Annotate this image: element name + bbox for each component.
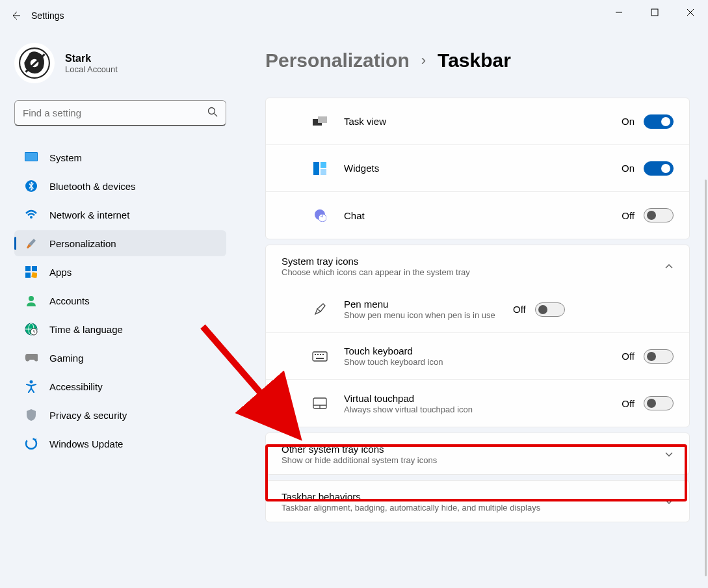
update-icon (25, 437, 38, 450)
taskbar-items-group: Task view On Widgets On Chat Off (265, 98, 690, 239)
svg-rect-9 (32, 266, 37, 271)
system-icon (25, 151, 38, 164)
keyboard-icon (311, 351, 328, 362)
svg-point-3 (209, 107, 215, 114)
back-button[interactable] (0, 0, 31, 31)
toggle-state: On (622, 116, 635, 127)
sidebar-item-privacy[interactable]: Privacy & security (14, 402, 226, 428)
sidebar-item-label: Accessibility (49, 381, 103, 392)
setting-title: Widgets (344, 163, 622, 174)
search-box[interactable] (14, 100, 226, 126)
svg-rect-29 (320, 354, 321, 355)
setting-row-chat[interactable]: Chat Off (266, 192, 689, 239)
chevron-up-icon (664, 261, 674, 273)
globe-clock-icon (25, 323, 38, 336)
sidebar-item-label: Apps (49, 267, 72, 278)
shield-icon (25, 408, 38, 421)
chevron-down-icon (664, 496, 674, 508)
svg-point-17 (30, 381, 33, 384)
paintbrush-icon (25, 237, 38, 250)
section-title: Taskbar behaviors (282, 491, 653, 502)
toggle-virtual-touchpad[interactable] (644, 396, 674, 410)
other-tray-header[interactable]: Other system tray icons Show or hide add… (266, 433, 689, 474)
user-profile[interactable]: Stark Local Account (14, 43, 226, 83)
setting-title: Touch keyboard (344, 345, 622, 356)
setting-row-task-view[interactable]: Task view On (266, 98, 689, 145)
user-account-type: Local Account (65, 64, 118, 74)
toggle-state: Off (513, 304, 526, 315)
setting-subtitle: Always show virtual touchpad icon (344, 405, 622, 414)
close-button[interactable] (672, 0, 708, 25)
toggle-state: Off (622, 398, 635, 409)
svg-point-7 (30, 216, 33, 219)
taskbar-behaviors-group: Taskbar behaviors Taskbar alignment, bad… (265, 480, 690, 522)
toggle-pen-menu[interactable] (535, 302, 565, 317)
section-title: System tray icons (282, 256, 653, 267)
sidebar-item-label: Time & language (49, 324, 123, 335)
sidebar-item-network[interactable]: Network & internet (14, 202, 226, 228)
sidebar-item-system[interactable]: System (14, 144, 226, 170)
toggle-chat[interactable] (644, 208, 674, 222)
task-view-icon (311, 116, 328, 127)
maximize-button[interactable] (636, 0, 672, 25)
breadcrumb: Personalization › Taskbar (265, 49, 690, 72)
system-tray-header[interactable]: System tray icons Choose which icons can… (266, 245, 689, 286)
sidebar-item-label: Windows Update (49, 438, 123, 449)
chevron-down-icon (664, 449, 674, 461)
setting-row-touch-keyboard[interactable]: Touch keyboard Show touch keyboard icon … (266, 333, 689, 380)
svg-rect-8 (25, 266, 31, 271)
svg-rect-0 (651, 9, 658, 16)
breadcrumb-parent[interactable]: Personalization (265, 49, 410, 72)
sidebar-item-gaming[interactable]: Gaming (14, 345, 226, 371)
system-tray-group: System tray icons Choose which icons can… (265, 245, 690, 427)
svg-rect-10 (25, 273, 31, 278)
setting-row-virtual-touchpad[interactable]: Virtual touchpad Always show virtual tou… (266, 380, 689, 427)
wifi-icon (25, 208, 38, 221)
svg-rect-20 (318, 116, 327, 123)
user-name: Stark (65, 53, 118, 64)
toggle-state: Off (622, 210, 635, 221)
sidebar-item-time-language[interactable]: Time & language (14, 316, 226, 342)
sidebar-item-label: Gaming (49, 353, 84, 364)
svg-point-12 (29, 296, 34, 301)
apps-icon (25, 265, 38, 278)
svg-rect-5 (25, 153, 37, 161)
sidebar-item-accounts[interactable]: Accounts (14, 287, 226, 314)
minimize-button[interactable] (601, 0, 636, 25)
svg-rect-22 (321, 162, 326, 168)
accessibility-icon (25, 380, 38, 393)
setting-row-pen-menu[interactable]: Pen menu Show pen menu icon when pen is … (266, 286, 689, 333)
chevron-right-icon: › (421, 52, 426, 69)
pen-icon (311, 302, 328, 317)
svg-rect-30 (322, 354, 324, 355)
sidebar-item-label: Bluetooth & devices (49, 181, 136, 192)
setting-row-widgets[interactable]: Widgets On (266, 145, 689, 192)
toggle-state: Off (622, 351, 635, 362)
nav-list: System Bluetooth & devices Network & int… (14, 144, 226, 457)
setting-title: Task view (344, 116, 622, 127)
sidebar-item-accessibility[interactable]: Accessibility (14, 373, 226, 399)
sidebar-item-windows-update[interactable]: Windows Update (14, 431, 226, 457)
bluetooth-icon (25, 180, 38, 193)
sidebar-item-personalization[interactable]: Personalization (14, 230, 226, 256)
touchpad-icon (311, 397, 328, 409)
scrollbar[interactable] (705, 180, 707, 576)
gamepad-icon (25, 351, 38, 364)
svg-rect-23 (321, 169, 326, 175)
sidebar-item-label: Network & internet (49, 209, 129, 220)
setting-title: Pen menu (344, 299, 513, 310)
toggle-task-view[interactable] (644, 114, 674, 129)
sidebar-item-label: Accounts (49, 295, 90, 306)
svg-rect-21 (313, 162, 319, 175)
setting-title: Chat (344, 210, 622, 221)
toggle-touch-keyboard[interactable] (644, 349, 674, 364)
sidebar-item-bluetooth[interactable]: Bluetooth & devices (14, 173, 226, 199)
search-input[interactable] (23, 107, 207, 118)
other-tray-group: Other system tray icons Show or hide add… (265, 433, 690, 475)
widgets-icon (311, 162, 328, 175)
toggle-widgets[interactable] (644, 161, 674, 176)
sidebar-item-apps[interactable]: Apps (14, 259, 226, 285)
sidebar-item-label: System (49, 152, 82, 163)
taskbar-behaviors-header[interactable]: Taskbar behaviors Taskbar alignment, bad… (266, 481, 689, 522)
section-title: Other system tray icons (282, 444, 653, 455)
